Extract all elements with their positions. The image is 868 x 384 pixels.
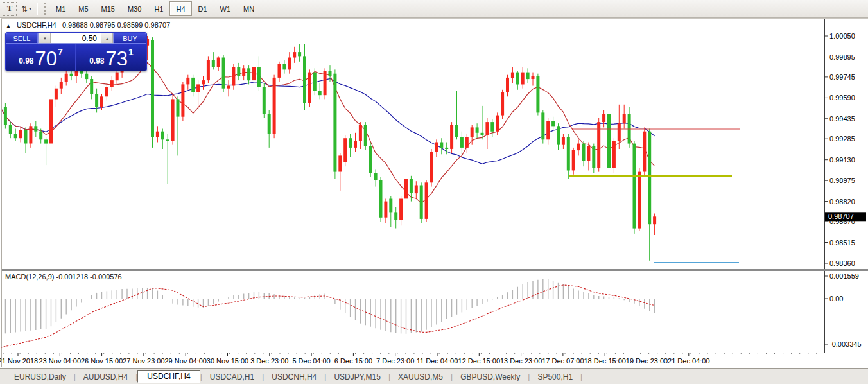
chart-tab-usdcnh[interactable]: USDCNH,H4 <box>264 371 324 383</box>
double-arrow-icon: ⇅ <box>21 4 28 13</box>
chevron-down-icon: ▾ <box>29 6 31 12</box>
candle-body <box>44 139 48 143</box>
candle-body <box>288 58 291 70</box>
candle-body <box>116 73 119 81</box>
volume-stepper: ▼ ▲ <box>38 33 114 44</box>
volume-decrease-button[interactable]: ▼ <box>39 33 51 43</box>
chart-tab-usdcad[interactable]: USDCAD,H1 <box>202 371 262 383</box>
time-tick-label: 7 Dec 23:00 <box>376 357 414 365</box>
candle-body <box>582 144 586 161</box>
price-tick-label: 0.99745 <box>829 73 855 81</box>
candle-body <box>252 67 256 80</box>
timeframe-button-m15[interactable]: M15 <box>95 1 121 16</box>
sell-button[interactable]: SELL <box>6 33 38 44</box>
chart-tab-usdjpy[interactable]: USDJPY,M15 <box>326 371 388 383</box>
candle-body <box>430 152 433 182</box>
candle-body <box>217 58 220 67</box>
candle-body <box>49 99 53 143</box>
candle-body <box>110 80 114 87</box>
candle-body <box>55 89 58 100</box>
timeframe-button-m30[interactable]: M30 <box>121 1 148 16</box>
chart-tab-audusd[interactable]: AUDUSD,H4 <box>76 371 135 383</box>
timeframe-button-group: M1M5M15M30H1H4D1W1MN <box>49 1 261 16</box>
time-tick-label: 27 Nov 23:00 <box>123 357 164 365</box>
chart-ohlc-values: 0.98688 0.98795 0.98599 0.98707 <box>62 21 170 29</box>
candle-body <box>60 82 63 89</box>
chart-tab-usdchf[interactable]: USDCHF,H4 <box>137 370 200 383</box>
one-click-trading-panel: SELL ▼ ▲ BUY 0.98 70 7 0.98 73 1 <box>5 32 147 71</box>
toolbar-drag-handle[interactable] <box>44 3 46 15</box>
candle-body <box>227 86 230 89</box>
candle-body <box>34 126 37 131</box>
candle-body <box>445 148 448 149</box>
macd-axis-label: 0.00 <box>829 295 843 302</box>
collapse-triangle-icon[interactable]: ▲ <box>6 23 11 29</box>
candle-body <box>303 56 306 103</box>
candle-body <box>455 125 458 137</box>
candle-body <box>471 127 474 137</box>
candle-body <box>653 216 656 224</box>
candle-body <box>242 68 245 76</box>
candle-body <box>557 126 560 144</box>
price-tick-label: 0.98975 <box>829 177 855 184</box>
candle-body <box>105 87 108 97</box>
candle-body <box>186 78 189 84</box>
price-tick-label: 0.98360 <box>829 259 855 267</box>
chart-tab-sp500[interactable]: SP500,H1 <box>530 371 580 383</box>
candle-body <box>425 182 428 219</box>
price-tick-label: 0.99285 <box>829 135 855 143</box>
volume-input[interactable] <box>51 33 101 43</box>
candle-body <box>496 116 499 132</box>
timeframe-button-mn[interactable]: MN <box>237 1 261 16</box>
timeframe-button-d1[interactable]: D1 <box>192 1 214 16</box>
candle-body <box>607 114 611 168</box>
candle-body <box>100 96 103 107</box>
candle-body <box>379 180 383 218</box>
macd-axis-label: -0.003345 <box>829 340 862 348</box>
chart-tab-xauusd[interactable]: XAUUSD,M5 <box>390 371 451 383</box>
timeframe-button-h1[interactable]: H1 <box>148 1 169 16</box>
candle-body <box>572 150 575 170</box>
candle-body <box>161 132 164 140</box>
candle-body <box>638 172 641 229</box>
buy-price-display[interactable]: 0.98 73 1 <box>76 44 146 71</box>
candle-body <box>156 132 159 137</box>
candle-body <box>212 60 215 67</box>
sell-price-display[interactable]: 0.98 70 7 <box>6 44 76 71</box>
candle-body <box>80 71 83 74</box>
candle-body <box>465 137 469 148</box>
candle-body <box>485 122 489 135</box>
tab-separator: | <box>580 372 582 381</box>
candle-body <box>602 114 605 123</box>
volume-increase-button[interactable]: ▲ <box>101 33 113 43</box>
candle-body <box>75 71 78 76</box>
cursor-tool-button[interactable]: ⇅ ▾ <box>19 2 33 16</box>
candle-body <box>39 132 42 140</box>
buy-button[interactable]: BUY <box>114 33 146 44</box>
candle-body <box>171 99 175 141</box>
time-tick-label: 13 Dec 23:00 <box>500 357 542 365</box>
candle-body <box>551 121 555 126</box>
text-label-tool-button[interactable]: T <box>3 2 17 16</box>
timeframe-button-h4[interactable]: H4 <box>169 1 191 16</box>
candle-body <box>293 52 296 57</box>
candle-body <box>333 74 336 172</box>
candle-body <box>562 137 565 145</box>
chart-tab-eurusd[interactable]: EURUSD,Daily <box>6 371 74 383</box>
candle-body <box>633 144 636 229</box>
candle-body <box>166 139 169 141</box>
candle-body <box>70 74 73 76</box>
candle-body <box>511 73 514 78</box>
candle-body <box>481 133 484 135</box>
candle-body <box>506 78 509 92</box>
time-tick-label: 29 Nov 04:00 <box>164 357 206 365</box>
timeframe-button-m5[interactable]: M5 <box>72 1 94 16</box>
chart-tab-gbpusd[interactable]: GBPUSD,Weekly <box>453 371 528 383</box>
price-tick-label: 0.99895 <box>829 53 855 61</box>
timeframe-button-m1[interactable]: M1 <box>49 1 72 16</box>
candle-body <box>618 123 621 141</box>
chart-symbol-label: USDCHF,H4 <box>17 21 56 29</box>
timeframe-button-w1[interactable]: W1 <box>214 1 238 16</box>
candle-body <box>567 137 570 170</box>
candle-body <box>90 79 93 94</box>
